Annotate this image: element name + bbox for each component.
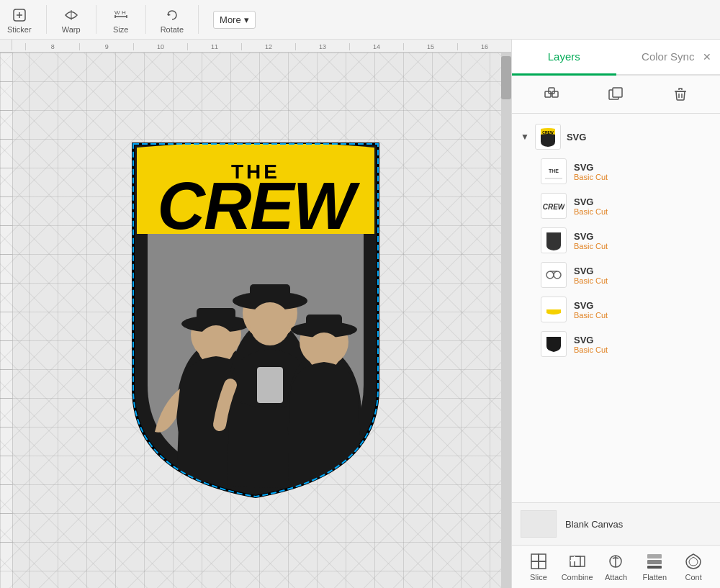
- svg-point-37: [546, 271, 554, 279]
- blank-canvas-thumbnail: [521, 510, 557, 538]
- list-item[interactable]: SVG Basic Cut: [512, 292, 720, 327]
- layer-thumb-3: [541, 227, 567, 253]
- scrollbar-thumb[interactable]: [501, 56, 511, 99]
- layer-info-1: SVG Basic Cut: [574, 162, 608, 181]
- rotate-icon: [162, 5, 182, 25]
- svg-rect-24: [257, 367, 283, 403]
- sep3: [145, 5, 146, 34]
- panel-close-button[interactable]: ✕: [700, 50, 714, 64]
- layer-group-header[interactable]: ▼ CREW SVG: [512, 119, 720, 154]
- svg-text:CREW: CREW: [543, 203, 564, 211]
- svg-rect-49: [647, 560, 662, 564]
- svg-text:W: W: [114, 9, 120, 16]
- flatten-icon: [645, 552, 664, 571]
- panel-delete-button[interactable]: [667, 81, 693, 107]
- svg-rect-48: [647, 554, 662, 558]
- ruler-horizontal: 8 9 10 11 12 13 14 15 16: [0, 40, 511, 53]
- blank-canvas-label: Blank Canvas: [565, 519, 623, 530]
- right-panel: Layers Color Sync ✕ ▼: [511, 40, 720, 588]
- tab-layers[interactable]: Layers: [512, 40, 616, 76]
- contour-button[interactable]: Cont: [675, 552, 711, 582]
- panel-toolbar: [512, 76, 720, 114]
- list-item[interactable]: SVG Basic Cut: [512, 327, 720, 361]
- layer-thumb-6: [541, 331, 567, 357]
- canvas-content[interactable]: THE CREW: [0, 53, 511, 588]
- size-icon: W H: [111, 5, 131, 25]
- svg-text:CREW: CREW: [157, 169, 360, 243]
- main-area: 8 9 10 11 12 13 14 15 16: [0, 40, 720, 588]
- flatten-button[interactable]: Flatten: [636, 552, 672, 582]
- svg-text:THE: THE: [549, 168, 559, 173]
- warp-icon: [61, 5, 81, 25]
- layer-thumb-5: [541, 297, 567, 322]
- layer-group-name: SVG: [567, 132, 586, 143]
- attach-icon: [606, 552, 625, 571]
- ruler-h-marks: 8 9 10 11 12 13 14 15 16: [25, 43, 511, 50]
- layer-info-3: SVG Basic Cut: [574, 231, 608, 250]
- combine-icon: [568, 552, 587, 571]
- layer-thumb-4: [541, 262, 567, 288]
- sep2: [96, 5, 96, 34]
- sep4: [198, 5, 199, 34]
- size-tool[interactable]: W H Size: [111, 5, 131, 34]
- layer-group-thumb: CREW: [535, 124, 561, 150]
- main-toolbar: Sticker Warp W H Size Rotate More ▾: [0, 0, 720, 40]
- layer-info-2: SVG Basic Cut: [574, 196, 608, 216]
- svg-rect-25: [545, 91, 551, 97]
- rotate-tool[interactable]: Rotate: [161, 5, 184, 34]
- layer-thumb-1: THE: [541, 158, 567, 184]
- svg-point-18: [250, 302, 290, 345]
- sticker-tool[interactable]: Sticker: [7, 5, 32, 34]
- svg-rect-26: [552, 91, 558, 97]
- layer-info-6: SVG Basic Cut: [574, 335, 608, 354]
- sticker-icon: [9, 5, 30, 25]
- blank-canvas-section: Blank Canvas: [512, 502, 720, 545]
- list-item[interactable]: CREW SVG Basic Cut: [512, 189, 720, 223]
- svg-rect-43: [539, 561, 546, 569]
- layer-info-4: SVG Basic Cut: [574, 266, 608, 285]
- svg-text:H: H: [122, 9, 126, 16]
- svg-rect-45: [575, 556, 585, 566]
- svg-rect-22: [306, 315, 342, 333]
- sep1: [46, 5, 47, 34]
- more-button[interactable]: More ▾: [213, 11, 256, 29]
- panel-bottom-toolbar: Slice Combine Attach: [512, 545, 720, 588]
- svg-rect-41: [539, 554, 546, 561]
- svg-rect-27: [549, 88, 554, 94]
- list-item[interactable]: SVG Basic Cut: [512, 223, 720, 258]
- crew-logo-svg[interactable]: THE CREW: [97, 130, 414, 511]
- vertical-scrollbar[interactable]: [501, 53, 511, 588]
- panel-duplicate-button[interactable]: [603, 81, 629, 107]
- contour-icon: [684, 552, 703, 571]
- svg-rect-12: [197, 308, 235, 328]
- layer-thumb-2: CREW: [541, 193, 567, 219]
- svg-rect-42: [531, 561, 539, 569]
- chevron-down-icon: ▼: [521, 132, 529, 142]
- combine-button[interactable]: Combine: [559, 552, 595, 582]
- list-item[interactable]: THE SVG Basic Cut: [512, 154, 720, 189]
- layer-info-5: SVG Basic Cut: [574, 300, 608, 320]
- list-item[interactable]: SVG Basic Cut: [512, 258, 720, 292]
- slice-button[interactable]: Slice: [521, 552, 557, 582]
- svg-rect-50: [647, 566, 662, 569]
- slice-icon: [529, 552, 548, 571]
- svg-rect-40: [531, 554, 539, 561]
- svg-text:CREW: CREW: [542, 130, 554, 135]
- svg-rect-29: [613, 88, 622, 97]
- layers-list[interactable]: ▼ CREW SVG THE SVG Bas: [512, 114, 720, 502]
- attach-button[interactable]: Attach: [598, 552, 634, 582]
- canvas-area[interactable]: 8 9 10 11 12 13 14 15 16: [0, 40, 511, 588]
- warp-tool[interactable]: Warp: [61, 5, 81, 34]
- svg-point-38: [554, 271, 561, 279]
- panel-tabs: Layers Color Sync ✕: [512, 40, 720, 76]
- panel-group-button[interactable]: [539, 81, 564, 107]
